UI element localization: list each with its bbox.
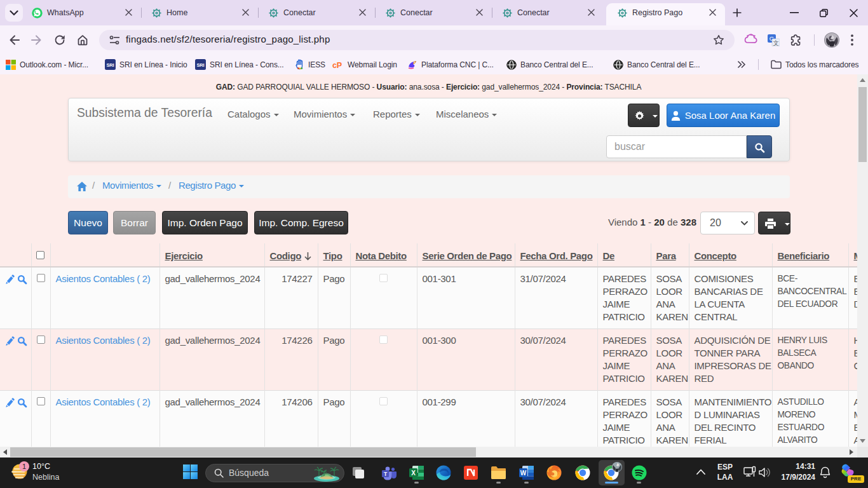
svg-text:cP: cP	[332, 61, 342, 69]
svg-text:X: X	[411, 470, 416, 477]
svg-text:T: T	[384, 471, 388, 477]
svg-text:文: 文	[773, 39, 779, 46]
svg-text:W: W	[520, 470, 527, 477]
svg-text:SRI: SRI	[196, 62, 204, 68]
svg-text:SRI: SRI	[106, 62, 114, 68]
